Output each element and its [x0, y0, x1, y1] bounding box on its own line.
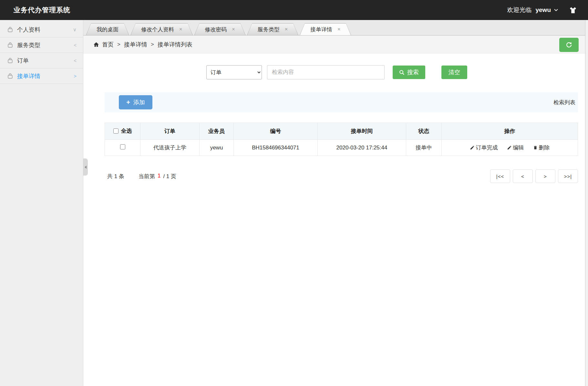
close-icon[interactable]: × — [337, 27, 340, 32]
search-field-select[interactable]: 订单 — [206, 65, 262, 79]
chevron-left-icon: < — [74, 42, 77, 48]
pagination: 共 1 条 当前第 1 / 1 页 |<< < > >>| — [105, 169, 578, 183]
main-area: 我的桌面 修改个人资料× 修改密码× 服务类型× 接单详情× 首页 > 接单详情… — [83, 20, 585, 386]
welcome-text: 欢迎光临 — [507, 6, 531, 14]
cell-select — [105, 140, 140, 156]
sidebar-item-label: 服务类型 — [17, 41, 40, 49]
pagination-total: 共 1 条 — [107, 173, 124, 180]
table-toolbar: + 添加 检索列表 — [105, 92, 578, 112]
bag-icon — [7, 73, 13, 79]
tab-my-desktop[interactable]: 我的桌面 — [86, 23, 129, 35]
bag-icon — [7, 42, 13, 48]
breadcrumb-separator: > — [151, 41, 154, 48]
header-status: 状态 — [406, 123, 442, 140]
chevron-down-icon[interactable] — [553, 7, 559, 13]
pagination-last-button[interactable]: >>| — [558, 169, 578, 183]
bag-icon — [7, 57, 13, 64]
pagination-total-pages: / 1 页 — [163, 173, 176, 180]
action-edit-label: 编辑 — [513, 144, 524, 151]
pencil-icon — [470, 145, 475, 150]
action-delete-link[interactable]: 删除 — [533, 144, 550, 151]
pagination-prev-button[interactable]: < — [513, 169, 533, 183]
search-button-label: 搜索 — [407, 68, 419, 76]
cell-agent: yewu — [200, 140, 234, 156]
refresh-icon — [565, 41, 573, 48]
tab-order-details[interactable]: 接单详情× — [300, 23, 351, 35]
search-list-label[interactable]: 检索列表 — [553, 99, 575, 106]
sidebar-item-profile[interactable]: 个人资料 ∨ — [0, 22, 83, 37]
select-all-checkbox[interactable] — [113, 128, 119, 134]
pagination-buttons: |<< < > >>| — [490, 169, 578, 183]
sidebar-item-label: 订单 — [17, 57, 29, 65]
table-header-row: 全选 订单 业务员 编号 接单时间 状态 操作 — [105, 123, 578, 140]
sidebar-item-service-type[interactable]: 服务类型 < — [0, 37, 83, 53]
breadcrumb: 首页 > 接单详情 > 接单详情列表 — [83, 36, 585, 54]
close-icon[interactable]: × — [179, 27, 182, 32]
header-time: 接单时间 — [318, 123, 406, 140]
chevron-left-icon: < — [74, 58, 77, 63]
chevron-right-icon: > — [74, 73, 77, 79]
action-edit-link[interactable]: 编辑 — [507, 144, 524, 151]
pagination-current: 当前第 1 / 1 页 — [139, 173, 176, 180]
chevron-down-icon: ∨ — [73, 27, 77, 33]
cell-order: 代送孩子上学 — [140, 140, 200, 156]
sidebar-item-label: 个人资料 — [17, 26, 40, 34]
home-icon — [93, 41, 99, 48]
pencil-icon — [507, 145, 512, 150]
tab-label: 服务类型 — [258, 26, 280, 33]
refresh-button[interactable] — [559, 38, 579, 52]
pagination-current-page: 1 — [158, 173, 160, 180]
tab-bar: 我的桌面 修改个人资料× 修改密码× 服务类型× 接单详情× — [83, 20, 585, 36]
clear-button-label: 清空 — [449, 68, 460, 76]
header-code: 编号 — [234, 123, 318, 140]
cell-actions: 订单完成 编辑 — [442, 140, 578, 156]
action-complete-link[interactable]: 订单完成 — [470, 144, 498, 151]
pagination-first-button[interactable]: |<< — [490, 169, 510, 183]
close-icon[interactable]: × — [232, 27, 235, 32]
sidebar-item-label: 接单详情 — [17, 72, 40, 80]
search-form: 订单 搜索 清空 — [100, 65, 573, 79]
trash-icon — [533, 145, 538, 150]
search-input[interactable] — [267, 65, 385, 79]
header-user-area: 欢迎光临 yewu — [507, 0, 588, 20]
search-button[interactable]: 搜索 — [393, 66, 425, 79]
sidebar-collapse-handle[interactable] — [83, 158, 88, 176]
tab-label: 修改个人资料 — [141, 26, 174, 33]
add-button-label: 添加 — [133, 98, 145, 106]
sidebar: 个人资料 ∨ 服务类型 < 订单 < 接单详情 > — [0, 20, 83, 386]
tab-service-type[interactable]: 服务类型× — [247, 23, 298, 35]
tab-label: 修改密码 — [205, 26, 227, 33]
app-header: 业务代办管理系统 欢迎光临 yewu — [0, 0, 588, 20]
add-button[interactable]: + 添加 — [119, 95, 152, 109]
action-delete-label: 删除 — [539, 144, 550, 151]
tab-label: 接单详情 — [310, 26, 332, 33]
sidebar-item-order-details[interactable]: 接单详情 > — [0, 68, 83, 84]
header-actions: 操作 — [442, 123, 578, 140]
clear-button[interactable]: 清空 — [441, 66, 467, 79]
header-order: 订单 — [140, 123, 200, 140]
breadcrumb-level1[interactable]: 接单详情 — [124, 41, 147, 48]
scrollbar-track[interactable] — [585, 20, 588, 386]
search-icon — [399, 70, 405, 75]
plus-icon: + — [126, 99, 130, 106]
pagination-next-button[interactable]: > — [535, 169, 555, 183]
header-agent: 业务员 — [200, 123, 234, 140]
select-all-label: 全选 — [121, 127, 132, 135]
order-details-table: 全选 订单 业务员 编号 接单时间 状态 操作 代送孩子上学 — [105, 123, 578, 156]
content-panel: 订单 搜索 清空 + 添加 检索列表 — [83, 65, 585, 183]
breadcrumb-level2: 接单详情列表 — [158, 41, 192, 48]
table-row: 代送孩子上学 yewu BH1584696344071 2020-03-20 1… — [105, 140, 578, 156]
close-icon[interactable]: × — [285, 27, 288, 32]
tab-edit-profile[interactable]: 修改个人资料× — [130, 23, 193, 35]
header-select-all: 全选 — [105, 123, 140, 140]
bag-icon — [7, 26, 13, 33]
sidebar-item-orders[interactable]: 订单 < — [0, 53, 83, 68]
breadcrumb-home[interactable]: 首页 — [102, 41, 114, 48]
username[interactable]: yewu — [535, 6, 551, 14]
tab-change-password[interactable]: 修改密码× — [194, 23, 245, 35]
cell-status: 接单中 — [406, 140, 442, 156]
breadcrumb-separator: > — [117, 41, 120, 48]
cell-code: BH1584696344071 — [234, 140, 318, 156]
tshirt-icon[interactable] — [569, 6, 577, 14]
row-checkbox[interactable] — [120, 144, 125, 149]
